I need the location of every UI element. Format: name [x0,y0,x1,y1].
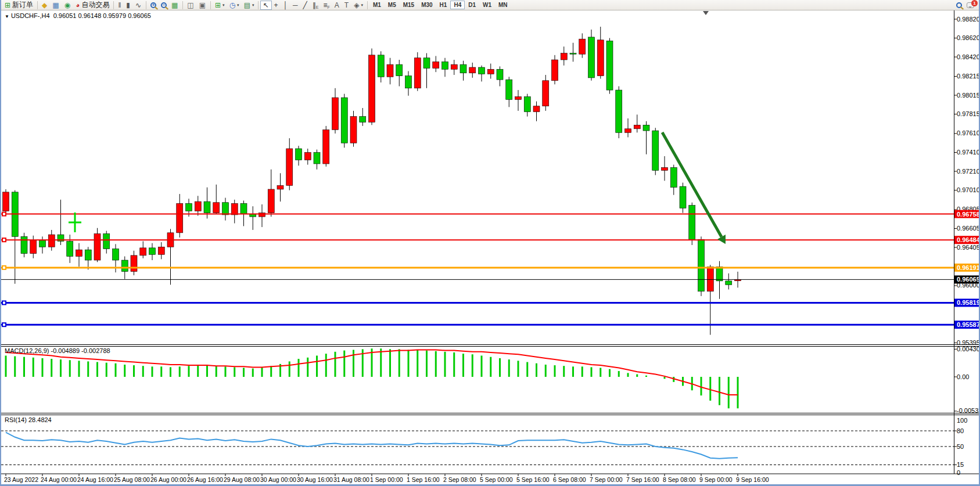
bar-chart-button[interactable]: ‖ [116,1,124,10]
market-watch-button[interactable]: ◆ [40,1,50,10]
horizontal-line-button[interactable]: ─ [290,1,301,10]
chart-canvas[interactable]: 0.988200.986200.984200.982150.980150.978… [1,0,980,486]
zoom-out-button[interactable]: − [159,1,169,10]
macd-panel: 0.0043040.00-0.005326 [6,345,980,415]
rsi-panel: 8050151000 [1,417,967,476]
svg-text:0.96605: 0.96605 [957,225,980,232]
candles-layer [3,27,741,335]
svg-text:0: 0 [957,469,960,476]
timeframe-button-H1[interactable]: H1 [436,1,451,9]
rsi-value: 28.4824 [28,416,52,423]
timeframe-button-W1[interactable]: W1 [479,1,495,9]
ohlc-low: 0.95979 [103,12,126,19]
navigator-button[interactable]: ◉ [62,1,73,10]
horizontal-lines-layer[interactable]: 0.967580.964840.961910.960650.958190.955… [1,210,980,329]
crosshair-icon: + [274,2,278,9]
chevron-down-icon: ▾ [361,3,363,8]
toolbar-separator [210,1,211,9]
svg-text:0.98015: 0.98015 [957,92,980,99]
plus-marker-annotation[interactable] [69,213,81,232]
chart-collapse-icon[interactable]: ▼ [5,14,9,19]
timeframe-button-D1[interactable]: D1 [465,1,479,9]
svg-text:0.97010: 0.97010 [957,186,980,193]
vertical-line-button[interactable]: │ [281,1,291,10]
svg-text:80: 80 [957,427,964,434]
svg-text:1 Sep 16:00: 1 Sep 16:00 [407,476,440,483]
svg-text:26 Aug 16:00: 26 Aug 16:00 [187,476,223,483]
svg-text:0.98820: 0.98820 [957,16,980,23]
svg-text:26 Aug 00:00: 26 Aug 00:00 [150,476,186,483]
annotations-layer[interactable] [69,132,726,244]
timeframe-button-M30[interactable]: M30 [418,1,436,9]
svg-text:0.95819: 0.95819 [957,299,980,306]
new-chart-button[interactable]: ⊞▾ [213,1,227,10]
zoom-in-button[interactable]: + [148,1,159,10]
crosshair-button[interactable]: + [272,1,281,10]
panel-borders [1,10,980,474]
svg-text:24 Aug 16:00: 24 Aug 16:00 [77,476,113,483]
rsi-indicator-label: RSI(14) 28.4824 [5,416,52,423]
fibonacci-button[interactable]: ≡F [321,1,332,10]
clock-icon: ◷ [229,2,235,9]
timeframe-button-H4[interactable]: H4 [450,1,465,9]
timeframe-button-M1[interactable]: M1 [369,1,385,9]
chevron-down-icon: ▾ [222,3,225,8]
channel-button[interactable]: ∥E [310,1,321,10]
svg-text:30 Aug 16:00: 30 Aug 16:00 [297,476,333,483]
svg-text:0.96484: 0.96484 [957,236,980,243]
svg-text:50: 50 [957,443,964,450]
ohlc-high: 0.96148 [78,12,102,19]
svg-text:0.96065: 0.96065 [957,276,980,283]
data-window-icon: ▦ [52,2,59,9]
horizontal-line-icon: ─ [293,2,298,9]
svg-text:2 Sep 08:00: 2 Sep 08:00 [443,476,476,483]
auto-trading-button[interactable]: ◕自动交易 [73,1,112,10]
macd-indicator-label: MACD(12,26,9) -0.004889 -0.002788 [5,347,110,354]
svg-text:0.96405: 0.96405 [957,244,980,251]
toolbar-separator [146,1,146,9]
auto-trading-icon: ◕ [76,2,80,9]
zoom-out-icon: − [161,2,167,8]
chat-icon[interactable]: 1 [967,2,974,8]
svg-text:7 Sep 16:00: 7 Sep 16:00 [626,476,659,483]
macd-main-value: -0.004889 [51,347,80,354]
data-window-button[interactable]: ▦ [50,1,62,10]
price-axis[interactable]: 0.988200.986200.984200.982150.980150.978… [954,16,980,346]
search-icon[interactable] [956,2,962,8]
new-chart-icon: ⊞ [215,2,221,9]
cursor-button[interactable]: ↖ [260,1,271,10]
timeframe-button-M15[interactable]: M15 [400,1,418,9]
svg-text:9 Sep 16:00: 9 Sep 16:00 [736,476,769,483]
svg-text:29 Aug 08:00: 29 Aug 08:00 [224,476,260,483]
svg-text:5 Sep 16:00: 5 Sep 16:00 [516,476,550,483]
template-button[interactable]: ▤▾ [242,1,257,10]
tile-windows-button[interactable]: ▦ [169,1,181,10]
tile-windows-icon: ▦ [171,2,178,9]
macd-signal-value: -0.002788 [81,347,110,354]
gold-diamond-icon: ◆ [42,2,47,9]
time-axis[interactable]: 23 Aug 202224 Aug 00:0024 Aug 16:0025 Au… [4,474,769,483]
text-button[interactable]: A [332,1,342,10]
period-button[interactable]: ◷▾ [227,1,242,10]
text-label-button[interactable]: T [342,1,351,10]
toolbar: ⊞新订单◆▦◉◕自动交易‖▮∿+−▦◫▣⊞▾◷▾▤▾↖+│─╱∥E≡FAT◈▾M… [1,0,979,10]
line-chart-button[interactable]: ∿ [133,1,144,10]
timeframe-button-MN[interactable]: MN [495,1,511,9]
cascade-charts-button[interactable]: ▣ [197,1,209,10]
chevron-down-icon: ▾ [237,3,239,8]
shapes-button[interactable]: ◈▾ [351,1,365,10]
timeframe-button-M5[interactable]: M5 [385,1,400,9]
svg-text:0.98215: 0.98215 [957,73,980,80]
arrange-charts-button[interactable]: ◫ [185,1,196,10]
candlestick-chart-button[interactable]: ▮ [124,1,133,10]
shapes-icon: ◈ [354,2,359,9]
template-icon: ▤ [244,2,250,9]
text-icon: A [335,2,339,9]
candlestick-icon: ▮ [126,2,130,9]
vertical-line-icon: │ [283,2,288,9]
trendline-button[interactable]: ╱ [301,1,310,10]
trendline-icon: ╱ [303,2,307,9]
svg-text:0.97815: 0.97815 [957,110,980,117]
new-order-button[interactable]: ⊞新订单 [2,1,35,10]
svg-text:0.95587: 0.95587 [957,321,980,328]
